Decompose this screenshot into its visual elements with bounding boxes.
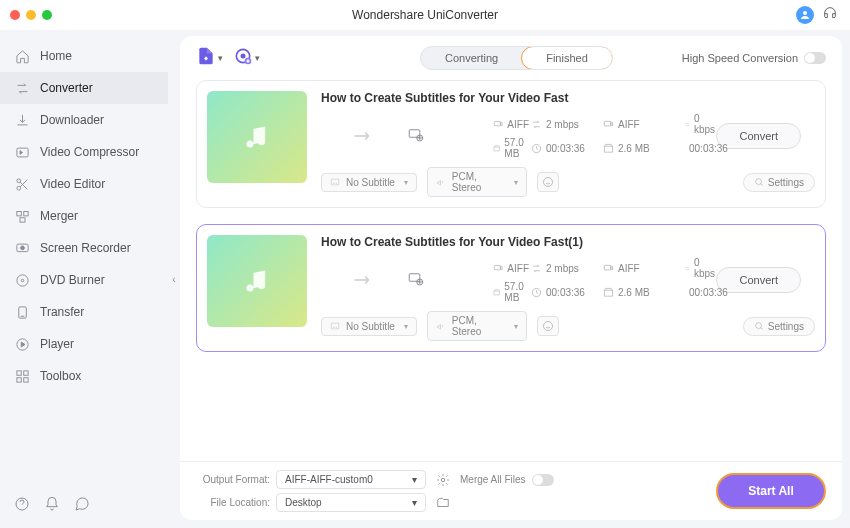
high-speed-label: High Speed Conversion: [682, 52, 798, 64]
dst-format: AIFF: [603, 119, 683, 130]
help-icon[interactable]: [14, 496, 30, 516]
svg-rect-23: [409, 130, 420, 138]
svg-point-19: [241, 54, 246, 59]
feedback-icon[interactable]: [74, 496, 90, 516]
sidebar-item-merger[interactable]: Merger: [0, 200, 168, 232]
sidebar-item-label: Toolbox: [40, 369, 81, 383]
svg-rect-5: [23, 211, 27, 215]
sidebar-item-converter[interactable]: Converter: [0, 72, 168, 104]
svg-point-39: [441, 478, 445, 482]
chevron-down-icon: ▾: [412, 474, 417, 485]
svg-rect-6: [20, 217, 25, 221]
src-format: AIFF: [493, 263, 529, 274]
svg-point-9: [16, 274, 27, 285]
add-url-button[interactable]: ▾: [233, 46, 260, 70]
svg-rect-31: [604, 265, 610, 270]
subtitle-select[interactable]: No Subtitle▾: [321, 173, 417, 192]
sidebar-item-toolbox[interactable]: Toolbox: [0, 360, 168, 392]
audio-select[interactable]: PCM, Stereo▾: [427, 167, 527, 197]
footer: Output Format: AIFF-AIFF-custom0▾ Merge …: [180, 461, 842, 520]
svg-point-37: [544, 322, 553, 331]
svg-point-0: [803, 11, 807, 15]
sidebar-item-label: Converter: [40, 81, 93, 95]
maximize-icon[interactable]: [42, 10, 52, 20]
download-icon: [14, 112, 30, 128]
chevron-down-icon: ▾: [514, 322, 518, 331]
svg-rect-22: [604, 121, 610, 126]
toolbar: ▾ ▾ Converting Finished High Speed Conve…: [180, 36, 842, 80]
svg-point-2: [16, 178, 20, 182]
open-folder-icon[interactable]: [432, 496, 454, 510]
settings-button[interactable]: Settings: [743, 317, 815, 336]
app-title: Wondershare UniConverter: [352, 8, 498, 22]
settings-button[interactable]: Settings: [743, 173, 815, 192]
arrow-icon: [321, 273, 405, 287]
svg-point-29: [756, 179, 762, 185]
converter-icon: [14, 80, 30, 96]
sidebar-item-downloader[interactable]: Downloader: [0, 104, 168, 136]
src-size: 57.0 MB: [493, 137, 529, 159]
close-icon[interactable]: [10, 10, 20, 20]
dst-format: AIFF: [603, 263, 683, 274]
src-duration: 00:03:36: [531, 287, 601, 298]
tab-converting[interactable]: Converting: [421, 47, 522, 69]
window-controls: [0, 10, 52, 20]
sidebar-item-editor[interactable]: Video Editor: [0, 168, 168, 200]
svg-rect-21: [494, 121, 500, 125]
effect-button[interactable]: [537, 316, 559, 336]
sidebar-item-label: Home: [40, 49, 72, 63]
convert-button[interactable]: Convert: [716, 267, 801, 293]
file-location-select[interactable]: Desktop▾: [276, 493, 426, 512]
home-icon: [14, 48, 30, 64]
file-title: How to Create Subtitles for Your Video F…: [321, 91, 815, 105]
sidebar-item-transfer[interactable]: Transfer: [0, 296, 168, 328]
output-format-select[interactable]: AIFF-AIFF-custom0▾: [276, 470, 426, 489]
merge-toggle[interactable]: [532, 474, 554, 486]
target-plus-icon: [233, 46, 253, 70]
sidebar-item-label: Merger: [40, 209, 78, 223]
audio-select[interactable]: PCM, Stereo▾: [427, 311, 527, 341]
sidebar-item-compressor[interactable]: Video Compressor: [0, 136, 168, 168]
svg-point-8: [20, 246, 24, 250]
output-settings-icon[interactable]: [432, 473, 454, 487]
sidebar-item-player[interactable]: Player: [0, 328, 168, 360]
svg-rect-15: [16, 377, 20, 381]
thumbnail: [207, 235, 307, 327]
sidebar-item-label: Downloader: [40, 113, 104, 127]
subtitle-select[interactable]: No Subtitle▾: [321, 317, 417, 336]
tab-finished[interactable]: Finished: [521, 46, 613, 70]
file-title: How to Create Subtitles for Your Video F…: [321, 235, 815, 249]
sidebar-item-recorder[interactable]: Screen Recorder: [0, 232, 168, 264]
output-format-label: Output Format:: [196, 474, 270, 485]
effect-button[interactable]: [537, 172, 559, 192]
file-card: How to Create Subtitles for Your Video F…: [196, 80, 826, 208]
thumbnail: [207, 91, 307, 183]
edit-output-icon[interactable]: [407, 126, 491, 146]
sidebar-item-label: Screen Recorder: [40, 241, 131, 255]
add-file-button[interactable]: ▾: [196, 46, 223, 70]
file-card[interactable]: How to Create Subtitles for Your Video F…: [196, 224, 826, 352]
sidebar-item-home[interactable]: Home: [0, 40, 168, 72]
dst-bitrate: 0 kbps: [685, 257, 715, 279]
convert-button[interactable]: Convert: [716, 123, 801, 149]
svg-point-38: [756, 323, 762, 329]
support-icon[interactable]: [822, 5, 838, 25]
user-avatar-icon[interactable]: [796, 6, 814, 24]
bell-icon[interactable]: [44, 496, 60, 516]
src-bitrate: 2 mbps: [531, 263, 601, 274]
disc-icon: [14, 272, 30, 288]
edit-output-icon[interactable]: [407, 270, 491, 290]
high-speed-toggle[interactable]: [804, 52, 826, 64]
file-plus-icon: [196, 46, 216, 70]
svg-rect-27: [331, 179, 339, 185]
src-size: 57.0 MB: [493, 281, 529, 303]
dst-duration: 00:03:36: [685, 143, 715, 154]
collapse-sidebar-button[interactable]: ‹: [168, 30, 180, 528]
status-segment: Converting Finished: [420, 46, 613, 70]
merge-toggle-row: Merge All Files: [460, 474, 580, 486]
sidebar-item-label: Video Editor: [40, 177, 105, 191]
start-all-button[interactable]: Start All: [716, 473, 826, 509]
sidebar-item-dvd[interactable]: DVD Burner: [0, 264, 168, 296]
src-format: AIFF: [493, 119, 529, 130]
minimize-icon[interactable]: [26, 10, 36, 20]
